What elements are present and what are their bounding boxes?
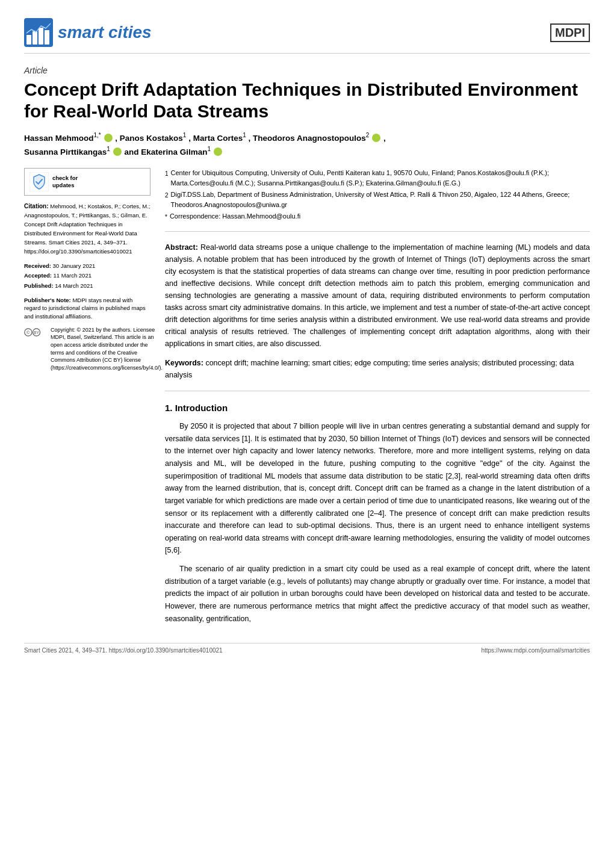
- affil-star-text: Correspondence: Hassan.Mehmood@oulu.fi: [170, 211, 300, 222]
- svg-rect-1: [26, 35, 31, 45]
- divider-2: [165, 391, 590, 391]
- dates-block: Received: 30 January 2021 Accepted: 11 M…: [24, 262, 150, 290]
- received-date: Received: 30 January 2021: [24, 262, 150, 270]
- author1-name: Hassan Mehmood: [24, 134, 94, 143]
- section1-para2: The scenario of air quality prediction i…: [165, 563, 590, 625]
- affil-1-text: Center for Ubiquitous Computing, Univers…: [171, 168, 590, 188]
- keywords-text: Keywords: concept drift; machine learnin…: [165, 357, 590, 381]
- author3-sup: 1: [243, 132, 246, 138]
- copyright-text: Copyright: © 2021 by the authors. Licens…: [51, 326, 163, 372]
- header: smart cities MDPI: [24, 18, 590, 54]
- svg-text:BY: BY: [34, 330, 40, 335]
- publisher-note: Publisher's Note: MDPI stays neutral wit…: [24, 296, 150, 320]
- orcid-icon-2: [372, 134, 380, 142]
- svg-rect-3: [39, 28, 43, 45]
- left-column: check for updates Citation: Mehmood, H.;…: [24, 168, 150, 631]
- citation-label: Citation:: [24, 203, 49, 209]
- affiliations: 1 Center for Ubiquitous Computing, Unive…: [165, 168, 590, 222]
- journal-title: smart cities: [58, 23, 152, 42]
- journal-logo-icon: [24, 18, 53, 47]
- cc-license-icon: © BY: [24, 327, 47, 337]
- page: smart cities MDPI Article Concept Drift …: [0, 0, 614, 868]
- author3-name: , Marta Cortes: [188, 134, 243, 143]
- cc-license-block: © BY Copyright: © 2021 by the authors. L…: [24, 326, 150, 372]
- citation-block: Citation: Mehmood, H.; Kostakos, P.; Cor…: [24, 202, 150, 256]
- author6-name: and Ekaterina Gilman: [124, 147, 207, 157]
- article-type: Article: [24, 66, 590, 75]
- orcid-icon-1: [104, 134, 113, 142]
- main-title: Concept Drift Adaptation Techniques in D…: [24, 79, 590, 122]
- page-footer: Smart Cities 2021, 4, 349–371. https://d…: [24, 643, 590, 654]
- svg-rect-4: [45, 30, 49, 45]
- author2-name: , Panos Kostakos: [115, 134, 183, 143]
- footer-left: Smart Cities 2021, 4, 349–371. https://d…: [24, 647, 223, 654]
- mdpi-logo: MDPI: [550, 23, 590, 42]
- section1-para2-text: The scenario of air quality prediction i…: [165, 563, 590, 625]
- keywords-section: Keywords: concept drift; machine learnin…: [165, 357, 590, 381]
- authors: Hassan Mehmood1,* , Panos Kostakos1 , Ma…: [24, 131, 590, 158]
- footer-right: https://www.mdpi.com/journal/smartcities: [481, 647, 590, 654]
- abstract-section: Abstract: Real-world data streams pose a…: [165, 241, 590, 350]
- check-updates-shield-icon: [29, 172, 49, 191]
- accepted-date: Accepted: 11 March 2021: [24, 271, 150, 280]
- abstract-body: Real-world data streams pose a unique ch…: [165, 243, 590, 348]
- check-updates-text: check for updates: [52, 175, 78, 190]
- svg-text:©: ©: [26, 330, 30, 335]
- author4-sup: 2: [366, 132, 370, 138]
- keywords-body: concept drift; machine learning; smart c…: [165, 359, 574, 379]
- abstract-label: Abstract:: [165, 243, 198, 252]
- author6-sup: 1: [207, 146, 211, 152]
- author5-name: Susanna Pirttikangas: [24, 147, 107, 157]
- check-updates-box: check for updates: [24, 168, 150, 196]
- abstract-text: Abstract: Real-world data streams pose a…: [165, 241, 590, 350]
- author2-sup: 1: [183, 132, 187, 138]
- section1-para1-text: By 2050 it is projected that about 7 bil…: [165, 420, 590, 557]
- author5-sup: 1: [107, 146, 110, 152]
- affil-item-2: 2 DigiT.DSS.Lab, Department of Business …: [165, 190, 590, 209]
- divider-1: [165, 231, 590, 232]
- affil-item-1: 1 Center for Ubiquitous Computing, Unive…: [165, 168, 590, 188]
- svg-rect-2: [33, 31, 37, 45]
- author4-name: , Theodoros Anagnostopoulos: [249, 134, 366, 143]
- affil-2-text: DigiT.DSS.Lab, Department of Business Ad…: [171, 190, 590, 209]
- section1-para1: By 2050 it is projected that about 7 bil…: [165, 420, 590, 557]
- published-date: Published: 14 March 2021: [24, 282, 150, 290]
- two-col-layout: check for updates Citation: Mehmood, H.;…: [24, 168, 590, 631]
- affil-item-star: * Correspondence: Hassan.Mehmood@oulu.fi: [165, 211, 590, 222]
- journal-logo: smart cities: [24, 18, 152, 47]
- author1-sup: 1,*: [94, 132, 101, 138]
- citation-content: Mehmood, H.; Kostakos, P.; Cortes, M.; A…: [24, 203, 150, 255]
- section1-heading: 1. Introduction: [165, 401, 590, 415]
- keywords-label: Keywords:: [165, 359, 203, 367]
- right-column: 1 Center for Ubiquitous Computing, Unive…: [165, 168, 590, 631]
- orcid-icon-4: [214, 147, 222, 156]
- orcid-icon-3: [113, 147, 122, 156]
